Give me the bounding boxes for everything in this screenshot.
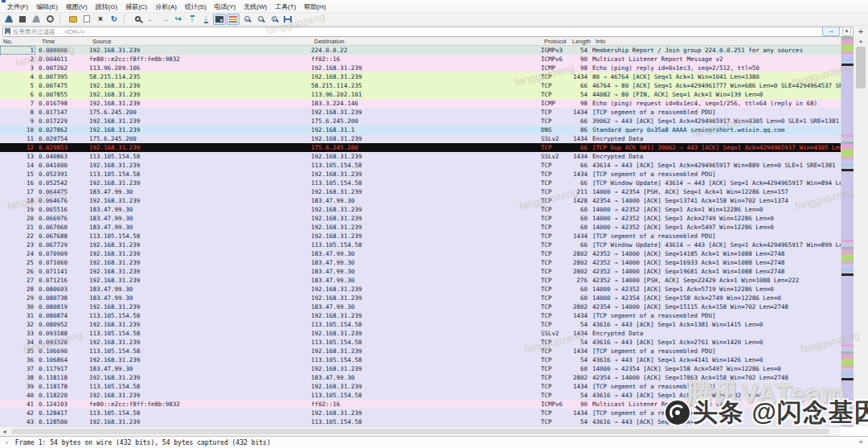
packet-row[interactable]: 90.017229192.168.31.239175.6.245.200TCP6… <box>0 117 841 125</box>
packet-row[interactable]: 380.118118192.168.31.239183.47.99.30TCP2… <box>0 373 841 382</box>
packet-row[interactable]: 280.080603183.47.99.30192.168.31.239TCP6… <box>0 285 841 294</box>
zoom-reset-button[interactable]: 1 <box>268 14 280 25</box>
scroll-left-arrow-icon[interactable]: ◄ <box>2 428 7 436</box>
restart-capture-button[interactable] <box>30 14 43 25</box>
packet-row[interactable]: 340.093320192.168.31.239113.105.154.58TC… <box>0 338 841 347</box>
packet-row[interactable]: 240.070909192.168.31.239183.47.99.30TCP2… <box>0 249 841 258</box>
packet-minimap-scrollbar[interactable] <box>841 37 854 426</box>
packet-row[interactable]: 60.007855192.168.31.239113.96.202.101TCP… <box>0 90 841 99</box>
frame-summary-text[interactable]: Frame 1: 54 bytes on wire (432 bits), 54… <box>15 439 271 446</box>
packet-row[interactable]: 200.066976183.47.99.30192.168.31.239TCP6… <box>0 214 841 223</box>
vertical-scrollbar[interactable]: ▲ ▼ <box>854 37 868 426</box>
packet-row[interactable]: 70.016798192.168.31.239183.3.224.146ICMP… <box>0 99 841 108</box>
packet-row[interactable]: 180.064676192.168.31.239183.47.99.30TCP1… <box>0 196 841 205</box>
menu-item-1[interactable]: 编辑(E) <box>32 2 62 12</box>
packet-row[interactable]: 310.080874113.105.154.58192.168.31.239TC… <box>0 311 841 320</box>
display-filter-field[interactable]: → ▼ <box>2 27 854 37</box>
go-forward-button[interactable]: → <box>158 14 171 25</box>
scroll-down-arrow-icon[interactable]: ▼ <box>854 419 868 425</box>
packet-row[interactable]: 230.067729192.168.31.239113.105.154.58TC… <box>0 240 841 249</box>
packet-row[interactable]: 260.071141192.168.31.239183.47.99.30TCP2… <box>0 267 841 276</box>
horizontal-scroll-thumb[interactable] <box>11 429 829 434</box>
packet-row[interactable]: 150.052391113.105.154.58192.168.31.239TC… <box>0 170 841 179</box>
auto-scroll-button[interactable] <box>213 14 226 25</box>
menu-item-6[interactable]: 统计(S) <box>181 2 211 12</box>
column-header-protocol[interactable]: Protocol <box>544 38 569 45</box>
go-back-button[interactable]: ← <box>145 14 158 25</box>
packet-row[interactable]: 100.027862192.168.31.239192.168.31.1DNS8… <box>0 125 841 134</box>
packet-row[interactable]: 110.029754175.6.245.200192.168.31.239SSL… <box>0 134 841 143</box>
menu-item-8[interactable]: 无线(W) <box>240 2 271 12</box>
packet-row[interactable]: 290.080738183.47.99.30192.168.31.239TCP6… <box>0 294 841 302</box>
column-header-source[interactable]: Source <box>92 38 312 45</box>
packet-row[interactable]: 40.00739558.215.114.235192.168.31.239TCP… <box>0 72 841 81</box>
go-to-bottom-button[interactable]: ↓ <box>199 14 212 25</box>
save-file-button[interactable] <box>80 14 93 25</box>
filter-dropdown-caret-icon[interactable]: ▼ <box>842 27 851 36</box>
packet-row[interactable]: 190.065516183.47.99.30192.168.31.239TCP6… <box>0 205 841 214</box>
add-filter-button[interactable]: + <box>856 27 866 36</box>
packet-row[interactable]: 410.124103fe80::e2cc:f8ff:fe8b:9832ff02:… <box>0 400 841 409</box>
zoom-in-button[interactable]: + <box>240 14 253 25</box>
start-capture-button[interactable] <box>2 14 15 25</box>
packet-row[interactable]: 420.128417113.105.154.58192.168.31.239TC… <box>0 409 841 417</box>
packet-row[interactable]: 430.128500192.168.31.239113.105.154.58TC… <box>0 417 841 426</box>
packet-protocol: TCP <box>541 161 566 170</box>
column-header-info[interactable]: Info <box>596 38 841 45</box>
packet-row[interactable]: 160.052542192.168.31.239113.105.154.58TC… <box>0 179 841 187</box>
packet-row[interactable]: 390.118178113.105.154.58192.168.31.239TC… <box>0 382 841 391</box>
packet-row[interactable]: 360.106864192.168.31.239113.105.154.58TC… <box>0 356 841 364</box>
packet-row[interactable]: 320.080952192.168.31.239113.105.154.58TC… <box>0 320 841 329</box>
menu-item-10[interactable]: 帮助(H) <box>300 2 330 12</box>
reload-file-button[interactable]: ↻ <box>108 14 121 25</box>
colorize-packets-button[interactable] <box>227 14 240 25</box>
packet-row[interactable]: 10.000000192.168.31.239224.0.0.22IGMPv35… <box>0 46 841 55</box>
go-to-top-button[interactable]: ↑ <box>186 14 199 25</box>
column-header-no[interactable]: No. <box>0 38 39 45</box>
menu-item-7[interactable]: 电话(Y) <box>211 2 240 12</box>
capture-options-button[interactable] <box>43 14 56 25</box>
menu-item-2[interactable]: 视图(V) <box>62 2 92 12</box>
find-packet-button[interactable] <box>131 14 144 25</box>
menu-item-9[interactable]: 工具(T) <box>271 2 300 12</box>
packet-row[interactable]: 80.017147175.6.245.200192.168.31.239TCP1… <box>0 108 841 117</box>
packet-row[interactable]: 400.118220192.168.31.239113.105.154.58TC… <box>0 391 841 400</box>
close-file-button[interactable]: × <box>94 14 107 25</box>
packet-row[interactable]: 210.067060183.47.99.30192.168.31.239TCP6… <box>0 223 841 232</box>
horizontal-scrollbar[interactable]: ◄ <box>0 426 841 436</box>
packet-row[interactable]: 170.064475183.47.99.30192.168.31.239TCP2… <box>0 187 841 196</box>
zoom-out-button[interactable]: − <box>254 14 267 25</box>
open-file-button[interactable] <box>67 14 80 25</box>
packet-row[interactable]: 270.071216192.168.31.239183.47.99.30TCP2… <box>0 276 841 285</box>
packet-time: 0.080603 <box>39 285 87 294</box>
packet-row[interactable]: 50.007475192.168.31.23958.215.114.235TCP… <box>0 81 841 90</box>
packet-row[interactable]: 350.106690113.105.154.58192.168.31.239TC… <box>0 347 841 356</box>
packet-time: 0.070909 <box>39 249 87 258</box>
resize-columns-button[interactable] <box>281 14 294 25</box>
menu-item-3[interactable]: 跳转(G) <box>92 2 122 12</box>
menu-item-5[interactable]: 分析(A) <box>151 2 181 12</box>
packet-row[interactable]: 30.007262113.96.209.106192.168.31.239ICM… <box>0 64 841 72</box>
detail-expander-icon[interactable]: › <box>5 439 9 446</box>
column-header-time[interactable]: Time <box>42 38 90 45</box>
packet-row[interactable]: 300.080819192.168.31.239183.47.99.30TCP2… <box>0 302 841 311</box>
stop-capture-button[interactable] <box>16 14 29 25</box>
column-header-length[interactable]: Length <box>569 38 591 45</box>
filter-bookmark-icon[interactable] <box>5 28 10 35</box>
display-filter-input[interactable] <box>13 28 820 35</box>
packet-row[interactable]: 140.041000192.168.31.239113.105.154.58TC… <box>0 161 841 170</box>
scroll-up-arrow-icon[interactable]: ▲ <box>854 38 868 44</box>
menu-item-0[interactable]: 文件(F) <box>3 2 32 12</box>
column-header-destination[interactable]: Destination <box>314 38 542 45</box>
vertical-scroll-thumb[interactable] <box>856 47 866 88</box>
packet-row[interactable]: 20.004011fe80::e2cc:f8ff:fe8b:9832ff02::… <box>0 55 841 64</box>
apply-filter-button[interactable]: → <box>822 27 840 36</box>
packet-row[interactable]: 250.071060192.168.31.239183.47.99.30TCP2… <box>0 258 841 267</box>
packet-row[interactable]: 370.117917183.47.99.30192.168.31.239TCP6… <box>0 364 841 373</box>
packet-row[interactable]: 220.067688113.105.154.58192.168.31.239TC… <box>0 232 841 240</box>
packet-row[interactable]: 130.040863113.105.154.58192.168.31.239SS… <box>0 152 841 161</box>
packet-row[interactable]: 330.093188113.105.154.58192.168.31.239SS… <box>0 329 841 338</box>
menu-item-4[interactable]: 捕获(C) <box>121 2 151 12</box>
go-to-packet-button[interactable]: ↪ <box>172 14 185 25</box>
packet-row[interactable]: 120.029853192.168.31.239175.6.245.200TCP… <box>0 143 841 152</box>
